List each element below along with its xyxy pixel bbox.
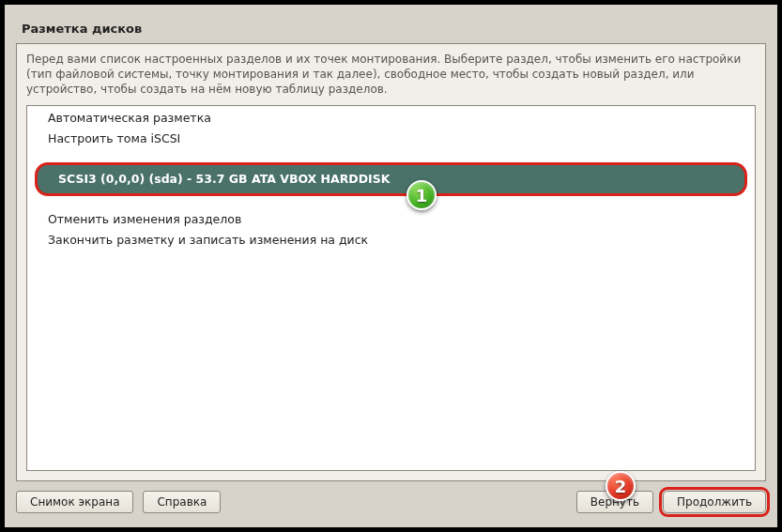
item-finish-partitioning[interactable]: Закончить разметку и записать изменения … — [27, 230, 755, 251]
item-guided-partitioning[interactable]: Автоматическая разметка — [27, 108, 755, 129]
list-inner: Автоматическая разметка Настроить тома i… — [27, 106, 755, 251]
help-button[interactable]: Справка — [143, 491, 221, 513]
partition-listbox[interactable]: Автоматическая разметка Настроить тома i… — [26, 105, 756, 471]
item-undo-changes[interactable]: Отменить изменения разделов — [27, 209, 755, 230]
installer-window: Разметка дисков Перед вами список настро… — [0, 0, 782, 532]
page-title: Разметка дисков — [22, 22, 766, 36]
screenshot-button[interactable]: Снимок экрана — [16, 491, 133, 513]
item-configure-iscsi[interactable]: Настроить тома iSCSI — [27, 129, 755, 149]
annotation-badge-1: 1 — [406, 180, 437, 210]
annotation-badge-2: 2 — [606, 471, 636, 501]
footer-buttons: Снимок экрана Справка Вернуть Продолжить — [16, 491, 766, 513]
continue-button[interactable]: Продолжить — [663, 491, 766, 513]
intro-text: Перед вами список настроенных разделов и… — [26, 52, 756, 98]
window-content: Разметка дисков Перед вами список настро… — [16, 19, 766, 513]
content-panel: Перед вами список настроенных разделов и… — [16, 43, 766, 481]
item-disk-selected[interactable]: SCSI3 (0,0,0) (sda) - 53.7 GB ATA VBOX H… — [35, 162, 747, 196]
item-disk-selected-wrap: SCSI3 (0,0,0) (sda) - 53.7 GB ATA VBOX H… — [27, 162, 755, 196]
